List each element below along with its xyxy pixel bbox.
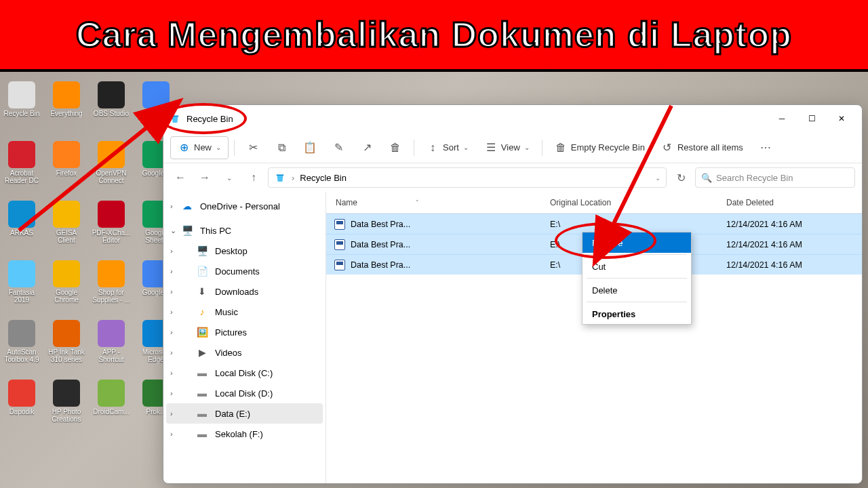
date-deleted: 12/14/2021 4:16 AM (726, 220, 862, 229)
desktop-icon-label: ARKAS (10, 229, 33, 237)
context-menu-restore[interactable]: Restore (583, 232, 691, 253)
pc-icon: 🖥️ (181, 224, 193, 237)
desktop-icon[interactable]: HP Photo Creations (46, 380, 87, 436)
search-input[interactable]: 🔍 Search Recycle Bin (695, 167, 855, 188)
expand-icon: › (170, 308, 173, 316)
sidebar-item-label: Documents (215, 266, 260, 277)
desktop-icon[interactable]: Dapodik (1, 380, 42, 436)
desktop-icon[interactable]: Shop for Supplies - ... (91, 260, 132, 317)
cut-button[interactable]: ✂ (240, 136, 266, 159)
banner-title: Cara Mengembalikan Dokumen di Laptop (76, 14, 792, 55)
sidebar-item[interactable]: ›🖥️Desktop (166, 241, 323, 261)
sidebar-item-onedrive[interactable]: › ☁ OneDrive - Personal (166, 196, 323, 216)
view-label: View (501, 142, 520, 152)
sidebar-item-label: Downloads (215, 287, 258, 297)
chevron-right-icon: › (292, 173, 294, 183)
desktop-icon[interactable]: AutoScan Toolbox 4.9 (1, 320, 42, 377)
nav-recent-button[interactable]: ⌄ (219, 167, 239, 188)
sidebar-item-label: Data (E:) (215, 409, 250, 419)
desktop-icon-label: HP Ink Tank 310 series (47, 348, 86, 363)
desktop-icon[interactable]: Google Chrome (46, 260, 87, 317)
app-icon (53, 81, 80, 108)
desktop-icon[interactable]: GEISA Client (46, 201, 87, 258)
desktop-icon[interactable]: Recycle Bin (1, 81, 42, 138)
app-icon (98, 201, 125, 228)
desktop-icon[interactable]: HP Ink Tank 310 series (46, 320, 87, 377)
more-button[interactable]: ⋯ (753, 136, 778, 159)
clipboard-icon: 📋 (304, 142, 316, 154)
nav-up-button[interactable]: ↑ (243, 167, 264, 188)
sidebar-item[interactable]: ›📄Documents (166, 261, 323, 281)
refresh-button[interactable]: ↻ (671, 167, 691, 188)
empty-recycle-bin-button[interactable]: 🗑 Empty Recycle Bin (548, 136, 652, 159)
desktop-icon-label: OBS Studio (94, 110, 129, 117)
nav-back-button[interactable]: ← (170, 167, 191, 188)
sidebar-item[interactable]: ›♪Music (166, 302, 323, 322)
plus-circle-icon: ⊕ (178, 142, 190, 154)
desktop-icon[interactable]: APP - Shortcut (91, 320, 132, 377)
desktop-icon-label: Recycle Bin (4, 110, 40, 117)
rename-icon: ✎ (332, 142, 344, 154)
view-button[interactable]: ☰ View ⌄ (478, 136, 536, 159)
delete-button[interactable]: 🗑 (382, 136, 408, 159)
sidebar-item[interactable]: ›▬Local Disk (D:) (166, 383, 323, 403)
rename-button[interactable]: ✎ (326, 136, 351, 159)
scissors-icon: ✂ (247, 142, 259, 154)
sidebar-item[interactable]: ›▬Data (E:) (166, 403, 323, 424)
desktop-icon[interactable]: PDF-XCha... Editor (91, 201, 132, 258)
desktop-icon[interactable]: Firefox (46, 141, 87, 198)
desktop-icon[interactable]: Everything (46, 81, 87, 138)
sidebar-item[interactable]: ›▬Sekolah (F:) (166, 424, 323, 444)
file-name: Data Best Pra... (351, 220, 410, 229)
trash-icon: 🗑 (389, 142, 401, 154)
desktop-icon[interactable]: ARKAS (1, 201, 42, 258)
restore-all-label: Restore all items (677, 142, 743, 152)
context-menu-delete[interactable]: Delete (583, 280, 691, 300)
sidebar-item[interactable]: ›🖼️Pictures (166, 322, 323, 342)
sidebar-item-thispc[interactable]: ⌄ 🖥️ This PC (166, 220, 323, 241)
app-icon (53, 260, 80, 287)
column-header-name[interactable]: Name ˄ (326, 198, 550, 207)
sidebar-item[interactable]: ›⬇Downloads (166, 281, 323, 302)
sort-label: Sort (443, 142, 459, 152)
sidebar-item-label: Music (215, 307, 238, 317)
desktop-icon[interactable]: Acrobat Reader DC (1, 141, 42, 198)
table-row[interactable]: Data Best Pra...E:\12/14/2021 4:16 AM (326, 214, 862, 234)
share-button[interactable]: ↗ (354, 136, 380, 159)
sidebar-item-label: OneDrive - Personal (200, 201, 280, 211)
new-button[interactable]: ⊕ New ⌄ (170, 136, 229, 159)
empty-label: Empty Recycle Bin (571, 142, 645, 152)
sort-button[interactable]: ↕ Sort ⌄ (420, 136, 475, 159)
sidebar-item[interactable]: ›▬Local Disk (C:) (166, 363, 323, 383)
app-icon (53, 320, 80, 347)
copy-button[interactable]: ⧉ (269, 136, 294, 159)
column-headers: Name ˄ Original Location Date Deleted (326, 192, 862, 214)
desktop-icon[interactable]: OpenVPN Connect (91, 141, 132, 198)
desktop-icon[interactable]: Fantasia 2019 (1, 260, 42, 317)
desktop-icon-label: Everything (50, 110, 82, 117)
date-deleted: 12/14/2021 4:16 AM (726, 240, 862, 249)
expand-icon: › (170, 202, 173, 210)
restore-all-button[interactable]: ↺ Restore all items (654, 136, 750, 159)
paste-button[interactable]: 📋 (297, 136, 323, 159)
minimize-button[interactable]: ─ (767, 106, 797, 131)
desktop-icons-area: Recycle BinEverythingOBS StudioGoogle...… (0, 79, 163, 485)
sidebar-item[interactable]: ›▶Videos (166, 342, 323, 363)
expand-icon: › (170, 430, 173, 438)
column-header-original[interactable]: Original Location (550, 198, 726, 207)
context-menu-cut[interactable]: Cut (583, 256, 691, 277)
maximize-button[interactable]: ☐ (797, 106, 827, 131)
desktop-icon[interactable]: OBS Studio (91, 81, 132, 138)
column-header-deleted[interactable]: Date Deleted (726, 198, 862, 207)
app-icon (8, 201, 35, 228)
document-icon (334, 219, 345, 230)
nav-forward-button[interactable]: → (195, 167, 215, 188)
copy-icon: ⧉ (275, 142, 288, 154)
desktop-icon[interactable]: DroidCam... (91, 380, 132, 436)
desktop-icon-label: PDF-XCha... Editor (92, 229, 131, 244)
address-box[interactable]: › Recycle Bin ⌄ (268, 167, 667, 188)
context-menu-properties[interactable]: Properties (583, 304, 691, 324)
share-icon: ↗ (361, 142, 373, 154)
expand-icon: › (170, 267, 173, 275)
close-button[interactable]: ✕ (827, 106, 856, 131)
